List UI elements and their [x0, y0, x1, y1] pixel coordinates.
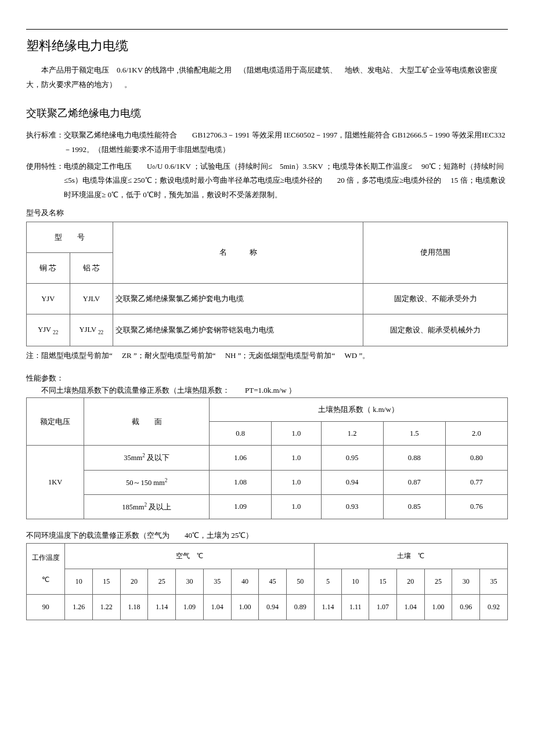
perf-heading: 性能参数：: [26, 372, 508, 385]
table-row: 1KV 35mm2 及以下 1.06 1.0 0.95 0.88 0.80: [27, 446, 508, 470]
model-heading: 型号及名称: [26, 207, 508, 219]
cell-voltage: 1KV: [27, 446, 84, 519]
cell-val: 1.09: [210, 494, 272, 519]
th-col: 20: [120, 569, 148, 594]
cell-val: 1.04: [203, 595, 231, 620]
cell-val: 1.14: [314, 595, 342, 620]
cell-cu: YJV 22: [27, 314, 70, 346]
cell-val: 1.26: [65, 595, 93, 620]
cell-val: 0.85: [383, 494, 445, 519]
cell-val: 0.76: [445, 494, 507, 519]
cell-temp: 90: [27, 595, 65, 620]
cell-val: 0.95: [321, 446, 383, 470]
th-coef: 土壤热阻系数（ k.m/w）: [210, 398, 508, 422]
cell-val: 0.88: [383, 446, 445, 470]
t2-title: 不同土壤热阻系数下的载流量修正系数（土壤热阻系数： PT=1.0k.m/w ）: [26, 385, 508, 397]
cell-al: YJLV: [70, 283, 113, 314]
standard-label: 执行标准：: [26, 131, 64, 139]
standard-line: 执行标准：交联聚乙烯绝缘电力电缆性能符合 GB12706.3－1991 等效采用…: [26, 128, 508, 157]
cell-val: 1.07: [369, 595, 397, 620]
cell-scope: 固定敷设、不能承受外力: [363, 283, 508, 314]
cell-val: 1.08: [210, 470, 272, 494]
cell-section: 35mm2 及以下: [84, 446, 210, 470]
th-voltage: 额定电压: [27, 398, 84, 446]
cell-val: 0.77: [445, 470, 507, 494]
cell-val: 1.04: [396, 595, 424, 620]
th-soil: 土壤 ℃: [314, 543, 507, 569]
standard-body: 交联聚乙烯绝缘电力电缆性能符合 GB12706.3－1991 等效采用 IEC6…: [64, 131, 506, 154]
th-col: 40: [231, 569, 259, 594]
table-row: 185mm2 及以上 1.09 1.0 0.93 0.85 0.76: [27, 494, 508, 519]
cell-name: 交联聚乙烯绝缘聚氯乙烯护套电力电缆: [113, 283, 363, 314]
cell-section: 185mm2 及以上: [84, 494, 210, 519]
cell-val: 0.87: [383, 470, 445, 494]
usage-label: 使用特性：: [26, 162, 64, 171]
th-col: 10: [65, 569, 93, 594]
th-col: 15: [93, 569, 121, 594]
th-col: 1.2: [321, 422, 383, 446]
th-col: 2.0: [445, 422, 507, 446]
cell-val: 1.00: [231, 595, 259, 620]
th-col: 35: [203, 569, 231, 594]
top-rule: [26, 29, 508, 30]
table-row: 50～150 mm2 1.08 1.0 0.94 0.87 0.77: [27, 470, 508, 494]
cell-name: 交联聚乙烯绝缘聚氯乙烯护套钢带铠装电力电缆: [113, 314, 363, 346]
th-worktemp: 工作温度 ℃: [27, 543, 65, 594]
th-scope: 使用范围: [363, 222, 508, 283]
cell-val: 0.80: [445, 446, 507, 470]
th-air: 空气 ℃: [65, 543, 314, 569]
cell-val: 1.0: [272, 470, 321, 494]
cell-val: 1.18: [120, 595, 148, 620]
th-col: 10: [342, 569, 369, 594]
model-note: 注：阻燃型电缆型号前加“ ZR ”；耐火型电缆型号前加“ NH ”；无卤低烟型电…: [26, 350, 508, 362]
th-model: 型 号: [27, 222, 113, 252]
t3-title: 不同环境温度下的载流量修正系数（空气为 40℃，土壤为 25℃）: [26, 530, 508, 542]
usage-body: 电缆的额定工作电压 U₀/U 0.6/1KV ；试验电压（持续时间≤ 5min）…: [64, 162, 506, 199]
cell-val: 1.0: [272, 446, 321, 470]
cell-val: 1.0: [272, 494, 321, 519]
cell-val: 1.11: [342, 595, 369, 620]
th-col: 30: [176, 569, 204, 594]
th-col: 35: [480, 569, 508, 594]
th-name: 名 称: [113, 222, 363, 283]
th-copper: 铜 芯: [27, 252, 70, 283]
cell-al: YJLV 22: [70, 314, 113, 346]
table-row: YJV 22 YJLV 22 交联聚乙烯绝缘聚氯乙烯护套钢带铠装电力电缆 固定敷…: [27, 314, 508, 346]
cell-val: 0.93: [321, 494, 383, 519]
cell-val: 1.22: [93, 595, 121, 620]
th-aluminum: 铝 芯: [70, 252, 113, 283]
cell-val: 1.00: [424, 595, 452, 620]
th-col: 1.5: [383, 422, 445, 446]
th-col: 50: [286, 569, 314, 594]
intro-paragraph: 本产品用于额定电压 0.6/1KV 的线路中 ,供输配电能之用 （阻燃电缆适用于…: [26, 63, 508, 92]
th-col: 25: [424, 569, 452, 594]
th-col: 20: [396, 569, 424, 594]
th-col: 5: [314, 569, 342, 594]
cell-val: 0.94: [321, 470, 383, 494]
env-temp-table: 工作温度 ℃ 空气 ℃ 土壤 ℃ 10 15 20 25 30 35 40 45…: [26, 543, 508, 621]
usage-line: 使用特性：电缆的额定工作电压 U₀/U 0.6/1KV ；试验电压（持续时间≤ …: [26, 160, 508, 202]
th-worktemp-b: ℃: [42, 576, 49, 584]
cell-val: 0.92: [480, 595, 508, 620]
cell-section: 50～150 mm2: [84, 470, 210, 494]
cell-val: 1.14: [148, 595, 176, 620]
cell-val: 0.89: [286, 595, 314, 620]
table-row: 90 1.26 1.22 1.18 1.14 1.09 1.04 1.00 0.…: [27, 595, 508, 620]
th-col: 45: [259, 569, 287, 594]
page-title: 塑料绝缘电力电缆: [26, 35, 508, 56]
th-col: 1.0: [272, 422, 321, 446]
th-col: 25: [148, 569, 176, 594]
th-section: 截 面: [84, 398, 210, 446]
cell-val: 0.94: [259, 595, 287, 620]
cell-val: 1.06: [210, 446, 272, 470]
soil-coef-table: 额定电压 截 面 土壤热阻系数（ k.m/w） 0.8 1.0 1.2 1.5 …: [26, 397, 508, 519]
th-worktemp-a: 工作温度: [32, 554, 60, 562]
model-table: 型 号 名 称 使用范围 铜 芯 铝 芯 YJV YJLV 交联聚乙烯绝缘聚氯乙…: [26, 222, 508, 347]
cell-val: 0.96: [452, 595, 480, 620]
section-title: 交联聚乙烯绝缘电力电缆: [26, 105, 508, 122]
cell-cu: YJV: [27, 283, 70, 314]
th-col: 15: [369, 569, 397, 594]
cell-val: 1.09: [176, 595, 204, 620]
cell-scope: 固定敷设、能承受机械外力: [363, 314, 508, 346]
table-row: YJV YJLV 交联聚乙烯绝缘聚氯乙烯护套电力电缆 固定敷设、不能承受外力: [27, 283, 508, 314]
